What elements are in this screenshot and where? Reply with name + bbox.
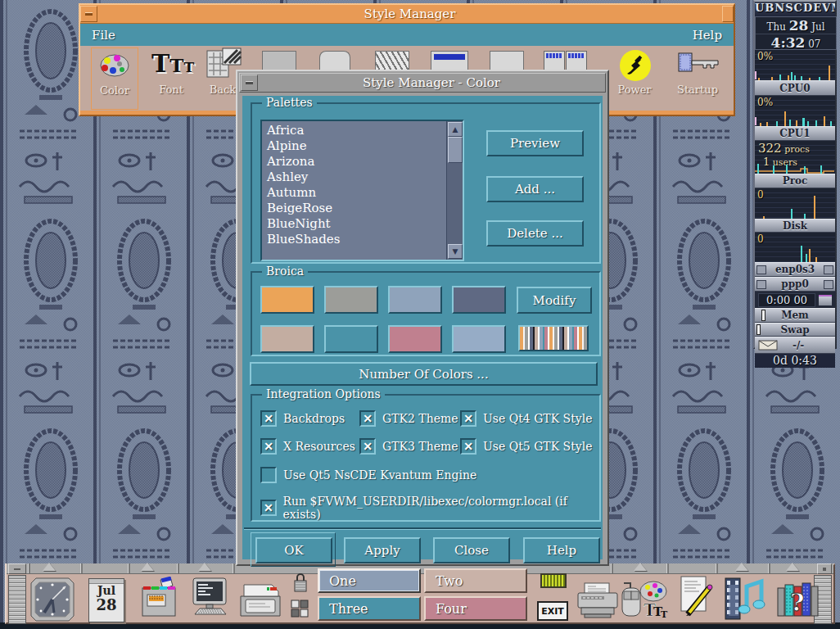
panel-left-handle[interactable] (8, 575, 26, 624)
palette-list-item[interactable]: BlueShades (267, 232, 446, 247)
palette-scrollbar[interactable]: ▲ ▼ (446, 121, 463, 260)
maximize-button[interactable] (722, 6, 734, 22)
checkbox-box[interactable]: ✕ (359, 410, 376, 427)
multimedia-icon[interactable] (722, 575, 771, 622)
beep-icon[interactable] (375, 51, 409, 71)
number-of-colors-button[interactable]: Number Of Colors ... (250, 362, 598, 386)
checkbox-qt4-gtk-style[interactable]: ✕ Use Qt4 GTK Style (460, 410, 593, 427)
workspace-grid-icon[interactable] (291, 600, 309, 618)
text-editor-icon[interactable] (676, 575, 717, 622)
menu-help[interactable]: Help (693, 28, 722, 43)
proc-chart[interactable]: 322 procs 1 users (755, 141, 835, 174)
workspace-two-button[interactable]: Two (424, 568, 527, 593)
checkbox-box[interactable]: ✕ (260, 438, 277, 455)
disk-label[interactable]: Disk (755, 219, 835, 233)
disk-chart[interactable]: 0 (755, 188, 835, 219)
subpanel-arrow-media[interactable] (735, 563, 748, 571)
clock-icon[interactable] (29, 577, 75, 622)
subpanel-arrow-clock[interactable] (43, 563, 56, 571)
monitor-hostname[interactable]: UBNSCDEVM (755, 2, 835, 16)
lock-icon[interactable] (292, 572, 309, 593)
proc-label[interactable]: Proc (755, 174, 835, 188)
power-item[interactable]: Power (612, 48, 657, 108)
palette-list-item[interactable]: Alpine (267, 138, 446, 154)
mem-krell[interactable] (761, 310, 765, 321)
help-icon[interactable]: ? (776, 578, 820, 621)
preview-button[interactable]: Preview (486, 130, 584, 156)
subpanel-arrow-tools[interactable] (634, 563, 647, 571)
mouse-icon[interactable] (319, 51, 350, 71)
workspace-one-button[interactable]: One (318, 568, 421, 593)
cpu1-chart[interactable]: 0% (755, 96, 835, 126)
swatch-1[interactable] (260, 286, 314, 314)
subpanel-arrow-files[interactable] (141, 563, 154, 571)
checkbox-run-colormgr-local[interactable]: ✕ Run $FVWM_USERDIR/libexec/colormgr.loc… (260, 495, 599, 521)
dtwm-icon[interactable] (544, 51, 586, 70)
checkbox-box[interactable]: ✕ (460, 410, 476, 427)
panel-menu-box[interactable] (817, 563, 832, 574)
checkbox-box[interactable]: ✕ (460, 438, 476, 455)
swap-krell[interactable] (756, 324, 761, 335)
net-chart[interactable]: 0 (755, 233, 835, 262)
checkbox-kvantum-engine[interactable]: Use Qt5 NsCDE Kvantum Engine (260, 467, 476, 483)
ppp0-label[interactable]: ppp0 (755, 277, 835, 292)
dialog-window-menu-button[interactable] (241, 75, 258, 91)
mail-row[interactable]: -/- (755, 337, 835, 354)
subpanel-arrow-hosts[interactable] (198, 563, 211, 571)
workspace-three-button[interactable]: Three (318, 596, 421, 621)
window-icon[interactable] (490, 51, 524, 71)
swatch-4[interactable] (452, 286, 506, 314)
cpu1-label[interactable]: CPU1 (755, 126, 835, 141)
monitor-clock[interactable]: Thu 28 Jul 4:32 07 (755, 16, 837, 50)
terminal-icon[interactable] (187, 577, 234, 622)
calendar-icon[interactable]: Jul 28 (88, 578, 124, 622)
checkbox-box[interactable] (260, 467, 277, 483)
modify-button[interactable]: Modify (517, 287, 592, 314)
menu-file[interactable]: File (92, 28, 115, 43)
style-manager-titlebar[interactable]: Style Manager (80, 5, 734, 24)
palette-list-item[interactable]: Africa (267, 123, 446, 138)
style-manager-icon[interactable]: T T T (621, 577, 668, 622)
file-manager-icon[interactable] (136, 577, 182, 622)
timer-button[interactable] (819, 295, 832, 305)
startup-item[interactable]: Startup (675, 48, 720, 108)
add-button[interactable]: Add ... (486, 176, 584, 202)
swap-meter[interactable]: Swap (755, 323, 835, 337)
net-label[interactable]: enp0s3 (755, 262, 835, 277)
font-item[interactable]: TTT Font (148, 48, 194, 108)
checkbox-qt5-gtk-style[interactable]: ✕ Use Qt5 GTK Style (460, 438, 593, 455)
swatch-5[interactable] (260, 325, 314, 353)
keyboard-icon[interactable] (262, 51, 296, 71)
checkbox-x-resources[interactable]: ✕ X Resources (260, 438, 355, 455)
checkbox-backdrops[interactable]: ✕ Backdrops (260, 410, 345, 427)
help-button[interactable]: Help (523, 537, 600, 563)
palette-list[interactable]: Africa Alpine Arizona Ashley Autumn Beig… (260, 120, 464, 261)
all-colors-swatch[interactable] (518, 325, 589, 351)
palette-list-item[interactable]: Autumn (267, 185, 446, 201)
scrollbar-thumb[interactable] (448, 137, 463, 163)
palette-list-item[interactable]: BlueNight (267, 216, 446, 232)
swatch-7[interactable] (388, 325, 442, 353)
close-button[interactable]: Close (433, 537, 510, 563)
window-menu-button[interactable] (80, 6, 97, 22)
checkbox-gtk3-theme[interactable]: ✕ GTK3 Theme (359, 438, 458, 455)
checkbox-box[interactable]: ✕ (260, 410, 277, 427)
swatch-8[interactable] (452, 325, 506, 353)
color-item-selection[interactable]: Color (91, 48, 138, 110)
mem-meter[interactable]: Mem (755, 308, 835, 323)
palette-list-item[interactable]: BeigeRose (267, 201, 446, 216)
delete-button[interactable]: Delete ... (486, 220, 584, 247)
checkbox-gtk2-theme[interactable]: ✕ GTK2 Theme (359, 410, 458, 427)
scroll-up-icon[interactable]: ▲ (448, 122, 463, 137)
battery-indicator-icon[interactable] (540, 573, 567, 588)
cpu0-label[interactable]: CPU0 (755, 80, 835, 96)
ok-button[interactable]: OK (255, 537, 332, 563)
panel-handle-left-box[interactable] (8, 563, 26, 574)
swatch-3[interactable] (388, 286, 442, 314)
palette-list-item[interactable]: Ashley (267, 170, 446, 185)
cpu0-chart[interactable]: 0% (755, 50, 835, 80)
swatch-6[interactable] (324, 325, 378, 353)
scroll-down-icon[interactable]: ▼ (448, 244, 463, 259)
printer-icon[interactable] (575, 581, 622, 619)
checkbox-box[interactable]: ✕ (359, 438, 376, 455)
